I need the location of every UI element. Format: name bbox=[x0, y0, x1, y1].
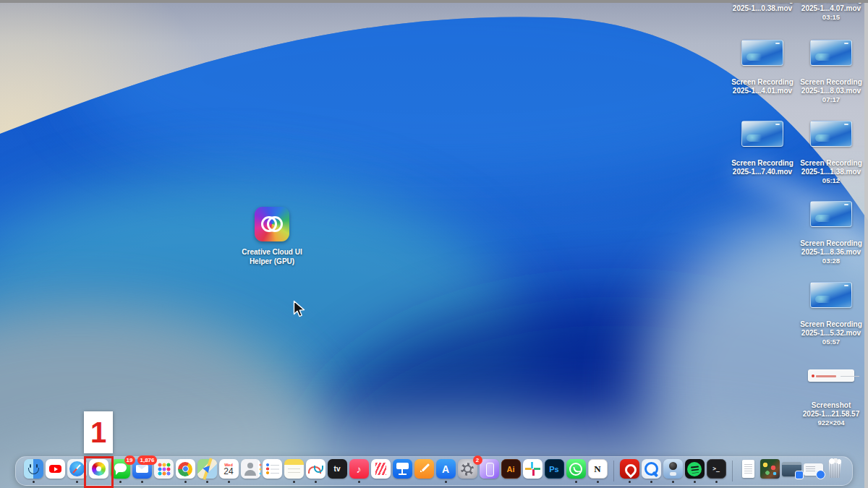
dock-item-quicktime[interactable] bbox=[642, 459, 661, 487]
youtube-icon bbox=[46, 459, 65, 479]
launchpad-icon bbox=[154, 459, 174, 479]
appletv-icon: tv bbox=[328, 459, 347, 479]
keynote-icon bbox=[393, 459, 412, 479]
dock-item-music[interactable] bbox=[349, 459, 369, 487]
video-thumbnail bbox=[741, 121, 783, 147]
dock-item-minimized-window[interactable] bbox=[782, 459, 801, 487]
dock-item-slack[interactable] bbox=[523, 459, 542, 487]
creative-cloud-label: Creative Cloud UI Helper (GPU) bbox=[242, 247, 302, 266]
quicktime-icon bbox=[642, 459, 661, 479]
spotify-icon bbox=[685, 459, 705, 479]
running-indicator-dot bbox=[293, 481, 295, 483]
dock-item-news[interactable] bbox=[371, 459, 391, 487]
desktop-file[interactable]: Screen Recording2025-1...1.38.mov05:12 bbox=[795, 121, 867, 185]
dock-item-photos[interactable]: 1 bbox=[89, 459, 109, 487]
news-icon bbox=[371, 459, 391, 479]
dock-item-document-file[interactable] bbox=[739, 459, 758, 487]
mouse-cursor bbox=[293, 300, 306, 322]
desktop-file[interactable]: Screen Recording2025-1...5.32.mov05:57 bbox=[795, 282, 867, 346]
file-name: Screen Recording2025-1...5.32.mov bbox=[800, 320, 862, 338]
dock-item-settings[interactable]: 2 bbox=[458, 459, 477, 487]
slack-icon bbox=[523, 459, 542, 479]
annotation-step-number: 1 bbox=[84, 411, 113, 453]
dock-item-trash[interactable] bbox=[825, 459, 845, 487]
notes-icon bbox=[284, 459, 304, 479]
running-indicator-dot bbox=[715, 481, 718, 483]
file-meta: 03:15 bbox=[822, 13, 840, 22]
notification-badge: 2 bbox=[473, 455, 482, 465]
dock-separator bbox=[732, 461, 733, 481]
dock-item-youtube[interactable] bbox=[46, 459, 65, 487]
dock-item-capture-device[interactable] bbox=[663, 459, 683, 487]
chrome-icon bbox=[176, 459, 195, 479]
appstore-icon: A bbox=[436, 459, 456, 479]
notion-icon: N bbox=[588, 459, 608, 479]
running-indicator-dot bbox=[76, 481, 78, 483]
file-meta: 07:17 bbox=[822, 95, 840, 104]
creative-cloud-icon bbox=[255, 207, 289, 241]
dock-item-image-file[interactable] bbox=[760, 459, 780, 487]
reminders-icon bbox=[263, 459, 282, 479]
video-thumbnail bbox=[810, 40, 852, 66]
dock-item-whatsapp[interactable] bbox=[566, 459, 586, 487]
dock-item-notes[interactable] bbox=[284, 459, 304, 487]
dock-item-pages[interactable] bbox=[414, 459, 434, 487]
dock-item-appstore[interactable]: A bbox=[436, 459, 456, 487]
freeform-icon bbox=[306, 459, 326, 479]
desktop-file[interactable]: Screen Recording2025-1...8.36.mov03:28 bbox=[795, 201, 867, 265]
running-indicator-dot bbox=[206, 481, 208, 483]
minimized-appstore-window-icon bbox=[804, 463, 823, 476]
dock-item-launchpad[interactable] bbox=[154, 459, 174, 487]
dock-item-photoshop[interactable]: Ps bbox=[545, 459, 564, 487]
running-indicator-dot bbox=[629, 481, 631, 483]
desktop-file[interactable]: Screen Recording2025-1...8.03.mov07:17 bbox=[795, 40, 867, 104]
dock-item-minimized-appstore-window[interactable] bbox=[804, 459, 823, 487]
contacts-icon bbox=[241, 459, 260, 479]
whatsapp-icon bbox=[566, 459, 586, 479]
photos-icon bbox=[89, 459, 109, 479]
calendar-icon: Wed24 bbox=[219, 459, 239, 479]
dock-item-chrome[interactable] bbox=[176, 459, 195, 487]
file-name: Screen Recording2025-1...4.01.mov bbox=[731, 78, 793, 95]
dock-item-iphone-mirroring[interactable] bbox=[480, 459, 499, 487]
illustrator-icon: Ai bbox=[501, 459, 521, 479]
desktop-file[interactable]: Screen Recording2025-1...4.07.mov03:15 bbox=[795, 0, 867, 22]
desktop-app-creative-cloud[interactable]: Creative Cloud UI Helper (GPU) bbox=[237, 207, 307, 266]
running-indicator-dot bbox=[315, 481, 317, 483]
video-frame-top bbox=[0, 0, 868, 3]
dock-item-freeform[interactable] bbox=[306, 459, 326, 487]
desktop-file[interactable]: Screen Recording2025-1...4.01.mov bbox=[726, 40, 799, 95]
dock-item-spotify[interactable] bbox=[685, 459, 705, 487]
file-name: Screenshot2025-1...21.58.57 bbox=[803, 401, 859, 419]
video-thumbnail bbox=[810, 201, 852, 227]
dock-item-terminal[interactable]: >_ bbox=[707, 459, 726, 487]
dock-item-mail[interactable]: 1,876 bbox=[132, 459, 152, 487]
file-meta: 03:28 bbox=[822, 257, 840, 265]
running-indicator-dot bbox=[445, 481, 447, 483]
dock-item-notion[interactable]: N bbox=[588, 459, 608, 487]
dock-item-contacts[interactable] bbox=[241, 459, 260, 487]
dock-item-finder[interactable] bbox=[24, 459, 43, 487]
finder-icon bbox=[24, 459, 43, 479]
dock-item-messages[interactable]: 19 bbox=[111, 459, 130, 487]
file-name: Screen Recording2025-1...7.40.mov bbox=[731, 159, 793, 176]
music-icon bbox=[349, 459, 369, 479]
dock-item-maps[interactable] bbox=[197, 459, 217, 487]
dock-item-reminders[interactable] bbox=[263, 459, 282, 487]
dock-item-appletv[interactable]: tv bbox=[328, 459, 347, 487]
dock-item-calendar[interactable]: Wed24 bbox=[219, 459, 239, 487]
running-indicator-dot bbox=[184, 481, 187, 483]
dock-item-acrobat[interactable] bbox=[620, 459, 639, 487]
video-thumbnail bbox=[741, 40, 783, 66]
iphone-mirroring-icon bbox=[480, 459, 499, 479]
dock-item-keynote[interactable] bbox=[393, 459, 412, 487]
desktop-file[interactable]: Screenshot2025-1...21.58.57922×204 bbox=[795, 369, 867, 427]
running-indicator-dot bbox=[33, 481, 35, 483]
macos-desktop: Screen Recording2025-1...0.38.movScreen … bbox=[0, 0, 868, 488]
maps-icon bbox=[197, 459, 217, 479]
desktop-file[interactable]: Screen Recording2025-1...7.40.mov bbox=[726, 121, 799, 176]
pages-icon bbox=[414, 459, 434, 479]
dock-item-illustrator[interactable]: Ai bbox=[501, 459, 521, 487]
running-indicator-dot bbox=[575, 481, 577, 483]
file-meta: 922×204 bbox=[817, 419, 844, 427]
